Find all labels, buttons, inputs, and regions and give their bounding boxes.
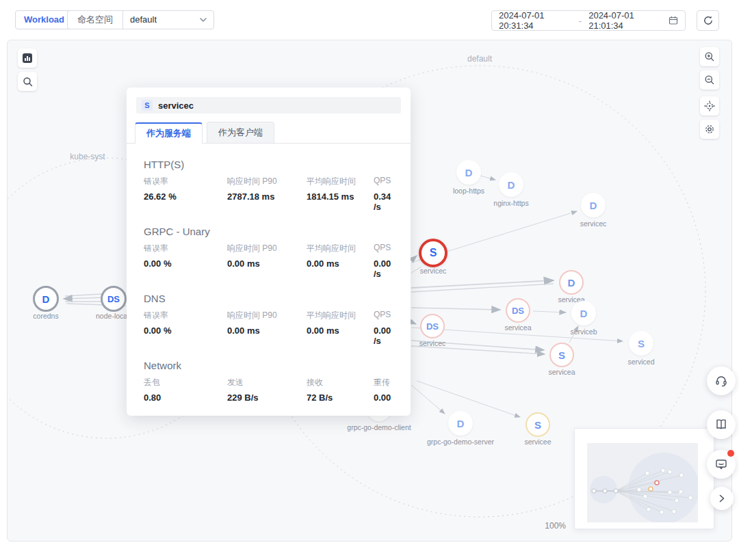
workload-button[interactable]: Workload	[15, 10, 73, 29]
detail-panel: S servicec 作为服务端 作为客户端 HTTP(S)错误率响应时间 P9…	[127, 88, 411, 416]
metric-value: 0.00 ms	[227, 325, 307, 346]
namespace-control: 命名空间 default	[67, 10, 214, 29]
metric-label: 响应时间 P90	[227, 310, 307, 321]
minimap[interactable]	[574, 428, 714, 529]
calendar-icon	[662, 16, 678, 25]
feedback-button[interactable]	[707, 450, 736, 479]
graph-node-servicec-ds[interactable]: DSservicec	[420, 314, 445, 338]
metric-value: 1814.15 ms	[307, 191, 374, 212]
graph-node-servicea-s[interactable]: Sservicea	[549, 343, 574, 367]
node-label: servicea	[504, 323, 531, 332]
panel-sections: HTTP(S)错误率响应时间 P90平均响应时间QPS26.62 %2787.1…	[127, 144, 411, 403]
support-button[interactable]	[707, 366, 736, 395]
metric-value: 0.00	[374, 392, 393, 403]
chevron-right-icon	[718, 494, 725, 503]
zoom-level: 100%	[528, 521, 566, 531]
cluster-label-default: default	[467, 54, 492, 64]
date-start[interactable]: 2024-07-01 20:31:34	[499, 10, 572, 31]
metric-label: 重传	[374, 377, 393, 388]
graph-node-serviced-s[interactable]: Sserviced	[629, 331, 653, 356]
top-bar: Workload 命名空间 default 2024-07-01 20:31:3…	[0, 0, 739, 40]
metric-grid: 错误率响应时间 P90平均响应时间QPS0.00 %0.00 ms0.00 ms…	[144, 243, 393, 279]
metric-section-title: GRPC - Unary	[144, 226, 393, 237]
refresh-button[interactable]	[697, 10, 719, 31]
namespace-label: 命名空间	[68, 11, 123, 29]
metric-label: QPS	[374, 176, 393, 187]
search-icon	[23, 77, 33, 87]
graph-node-nginx-https[interactable]: Dnginx-https	[499, 172, 523, 197]
docs-button[interactable]	[707, 410, 736, 439]
node-label: loop-https	[453, 187, 484, 195]
node-label: servicec	[419, 339, 446, 347]
book-icon	[714, 418, 728, 431]
metric-value: 0.00 /s	[374, 325, 393, 346]
search-button[interactable]	[18, 72, 37, 91]
metric-label: 响应时间 P90	[227, 176, 307, 187]
graph-node-servicec-s[interactable]: Sservicec	[419, 239, 448, 267]
metric-label: 平均响应时间	[307, 310, 374, 321]
graph-node-grpc-server[interactable]: Dgrpc-go-demo-server	[448, 411, 473, 436]
zoom-in-button[interactable]	[700, 47, 719, 66]
zoom-out-button[interactable]	[700, 70, 719, 90]
metric-value: 0.00 /s	[374, 258, 393, 279]
metric-value: 0.34 /s	[374, 191, 393, 212]
graph-node-loop-https[interactable]: Dloop-https	[456, 160, 481, 185]
panel-header: S servicec	[136, 97, 401, 114]
refresh-icon	[703, 15, 714, 26]
node-letter: DS	[512, 306, 524, 316]
panel-tabs: 作为服务端 作为客户端	[127, 122, 411, 144]
bar-chart-icon	[22, 53, 33, 64]
locate-button[interactable]	[700, 96, 719, 116]
tab-as-server[interactable]: 作为服务端	[135, 122, 203, 144]
node-label: servicec	[420, 267, 447, 275]
metric-value: 72 B/s	[307, 392, 374, 403]
graph-node-servicea-ds[interactable]: DSservicea	[506, 298, 530, 323]
graph-node-node-local[interactable]: DSnode-local-	[101, 286, 127, 312]
graph-node-servicec-d[interactable]: Dservicec	[581, 193, 606, 217]
node-label: nginx-https	[493, 199, 528, 207]
metric-grid: 丢包发送接收重传0.80229 B/s72 B/s0.00	[144, 377, 393, 403]
node-letter: DS	[107, 294, 120, 304]
metric-label: 错误率	[144, 176, 227, 187]
node-letter: D	[457, 418, 465, 429]
graph-node-servicee-s[interactable]: Sservicee	[526, 412, 550, 437]
panel-title: servicec	[158, 101, 194, 111]
chat-icon	[714, 457, 728, 471]
node-letter: S	[430, 247, 437, 259]
node-letter: DS	[426, 321, 439, 332]
node-letter: D	[580, 308, 588, 319]
metric-label: 接收	[307, 377, 374, 388]
graph-node-coredns[interactable]: Dcoredns	[33, 286, 59, 312]
date-range-picker[interactable]: 2024-07-01 20:31:34 - 2024-07-01 21:01:3…	[491, 10, 686, 31]
metric-grid: 错误率响应时间 P90平均响应时间QPS26.62 %2787.18 ms181…	[144, 176, 393, 212]
chart-toggle-button[interactable]	[18, 49, 37, 68]
date-separator: -	[579, 16, 582, 26]
node-letter: S	[534, 419, 541, 431]
node-letter: D	[590, 200, 597, 211]
node-label: coredns	[33, 312, 58, 320]
settings-button[interactable]	[700, 120, 719, 139]
metric-value: 2787.18 ms	[227, 191, 307, 212]
service-badge: S	[142, 100, 153, 111]
graph-node-servicea-d[interactable]: Dservicea	[559, 270, 584, 295]
namespace-value: default	[130, 11, 157, 29]
metric-label: 丢包	[144, 377, 227, 388]
collapse-button[interactable]	[710, 487, 734, 510]
chevron-down-icon	[200, 18, 207, 22]
node-label: grpc-go-demo-client	[347, 423, 411, 431]
date-end[interactable]: 2024-07-01 21:01:34	[588, 10, 662, 31]
graph-node-serviceb-d[interactable]: Dserviceb	[571, 301, 596, 325]
zoom-out-icon	[704, 75, 715, 85]
namespace-select[interactable]: default	[123, 11, 213, 29]
metric-label: 平均响应时间	[307, 176, 374, 187]
node-letter: D	[508, 179, 515, 191]
gear-icon	[704, 124, 715, 135]
metric-value: 0.00 %	[144, 325, 227, 346]
cluster-label-kube-syst: kube-syst	[70, 152, 105, 161]
metric-value: 0.80	[144, 392, 227, 403]
tab-as-client[interactable]: 作为客户端	[207, 122, 274, 143]
metric-value: 26.62 %	[144, 191, 227, 212]
node-label: serviceb	[570, 328, 597, 336]
crosshair-icon	[704, 101, 715, 111]
metric-label: 响应时间 P90	[227, 243, 307, 254]
